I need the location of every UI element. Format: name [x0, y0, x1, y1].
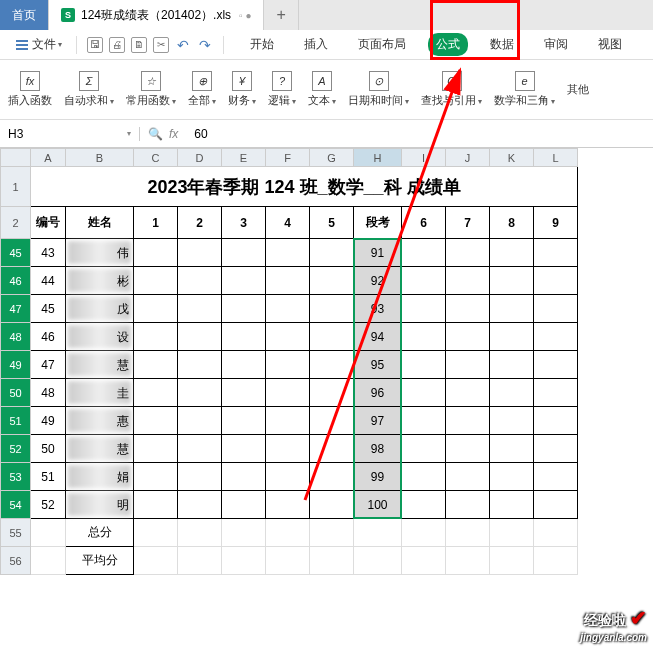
qat-preview-icon[interactable]: 🗎 [131, 37, 147, 53]
ribbon-tab-insert[interactable]: 插入 [296, 33, 336, 56]
text-functions-button[interactable]: A 文本▾ [308, 71, 336, 108]
header-cell[interactable]: 6 [402, 207, 446, 239]
common-functions-button[interactable]: ☆ 常用函数▾ [126, 71, 176, 108]
header-cell[interactable]: 5 [310, 207, 354, 239]
row-header[interactable]: 49 [1, 351, 31, 379]
cell[interactable] [266, 463, 310, 491]
fx-icon[interactable]: fx [169, 127, 178, 141]
column-header[interactable]: G [310, 149, 354, 167]
all-functions-button[interactable]: ⊕ 全部▾ [188, 71, 216, 108]
datetime-functions-button[interactable]: ⊙ 日期和时间▾ [348, 71, 409, 108]
cell[interactable] [490, 407, 534, 435]
header-cell[interactable]: 段考 [354, 207, 402, 239]
cell[interactable] [266, 239, 310, 267]
cell-name[interactable]: 慧 [66, 351, 134, 379]
cell[interactable] [134, 239, 178, 267]
cell[interactable] [178, 435, 222, 463]
row-header[interactable]: 52 [1, 435, 31, 463]
cell[interactable] [266, 267, 310, 295]
qat-save-icon[interactable]: 🖫 [87, 37, 103, 53]
cell[interactable] [310, 267, 354, 295]
column-header[interactable]: B [66, 149, 134, 167]
cell[interactable] [178, 323, 222, 351]
cell[interactable] [310, 435, 354, 463]
cell[interactable] [310, 519, 354, 547]
cell[interactable] [134, 323, 178, 351]
cell[interactable] [490, 295, 534, 323]
cell-name[interactable]: 明 [66, 491, 134, 519]
cell[interactable] [534, 491, 578, 519]
row-header[interactable]: 54 [1, 491, 31, 519]
header-cell[interactable]: 2 [178, 207, 222, 239]
cell[interactable] [222, 295, 266, 323]
cell[interactable] [222, 463, 266, 491]
row-header[interactable]: 53 [1, 463, 31, 491]
cell-score[interactable]: 98 [354, 435, 402, 463]
cell-num[interactable]: 49 [31, 407, 66, 435]
column-header[interactable]: I [402, 149, 446, 167]
cell[interactable] [446, 491, 490, 519]
cell-score[interactable]: 92 [354, 267, 402, 295]
cell[interactable] [222, 407, 266, 435]
cell[interactable] [402, 351, 446, 379]
ribbon-tab-start[interactable]: 开始 [242, 33, 282, 56]
cell[interactable] [402, 463, 446, 491]
column-header[interactable]: F [266, 149, 310, 167]
cell[interactable] [31, 547, 66, 575]
cell[interactable] [178, 491, 222, 519]
cell[interactable] [310, 491, 354, 519]
cell[interactable] [490, 323, 534, 351]
header-cell[interactable]: 4 [266, 207, 310, 239]
cell[interactable] [534, 547, 578, 575]
redo-button[interactable]: ↷ [195, 37, 215, 53]
cell[interactable] [178, 547, 222, 575]
cell[interactable] [222, 323, 266, 351]
column-header[interactable]: K [490, 149, 534, 167]
cell-name[interactable]: 设 [66, 323, 134, 351]
cell[interactable] [266, 351, 310, 379]
cell[interactable] [266, 435, 310, 463]
select-all-corner[interactable] [1, 149, 31, 167]
cell[interactable] [534, 379, 578, 407]
cell-num[interactable]: 45 [31, 295, 66, 323]
cell-name[interactable]: 娟 [66, 463, 134, 491]
cell[interactable] [534, 407, 578, 435]
cell[interactable] [446, 295, 490, 323]
header-cell[interactable]: 7 [446, 207, 490, 239]
cell[interactable] [402, 323, 446, 351]
cell-score[interactable]: 97 [354, 407, 402, 435]
cell[interactable] [490, 351, 534, 379]
column-header[interactable]: J [446, 149, 490, 167]
cell-score[interactable]: 99 [354, 463, 402, 491]
cell[interactable] [222, 379, 266, 407]
logic-functions-button[interactable]: ? 逻辑▾ [268, 71, 296, 108]
cell-name[interactable]: 慧 [66, 435, 134, 463]
cell[interactable] [178, 519, 222, 547]
column-header[interactable]: A [31, 149, 66, 167]
cell-score[interactable]: 100 [354, 491, 402, 519]
cell[interactable] [534, 351, 578, 379]
cell[interactable] [266, 491, 310, 519]
column-header[interactable]: E [222, 149, 266, 167]
cell[interactable] [402, 435, 446, 463]
row-header[interactable]: 51 [1, 407, 31, 435]
cell[interactable] [134, 519, 178, 547]
qat-print-icon[interactable]: 🖨 [109, 37, 125, 53]
summary-label[interactable]: 总分 [66, 519, 134, 547]
cell[interactable] [134, 463, 178, 491]
ribbon-tab-formula[interactable]: 公式 [428, 33, 468, 56]
cell[interactable] [222, 267, 266, 295]
row-header[interactable]: 1 [1, 167, 31, 207]
cell[interactable] [402, 379, 446, 407]
ribbon-tab-review[interactable]: 审阅 [536, 33, 576, 56]
tab-file[interactable]: S 124班成绩表（201402）.xls ▫ ● [49, 0, 264, 30]
cell[interactable] [266, 547, 310, 575]
cell[interactable] [134, 435, 178, 463]
header-cell[interactable]: 编号 [31, 207, 66, 239]
cell[interactable] [402, 519, 446, 547]
cell[interactable] [222, 491, 266, 519]
cell-num[interactable]: 52 [31, 491, 66, 519]
cell[interactable] [178, 463, 222, 491]
cell[interactable] [490, 379, 534, 407]
cell[interactable] [446, 267, 490, 295]
